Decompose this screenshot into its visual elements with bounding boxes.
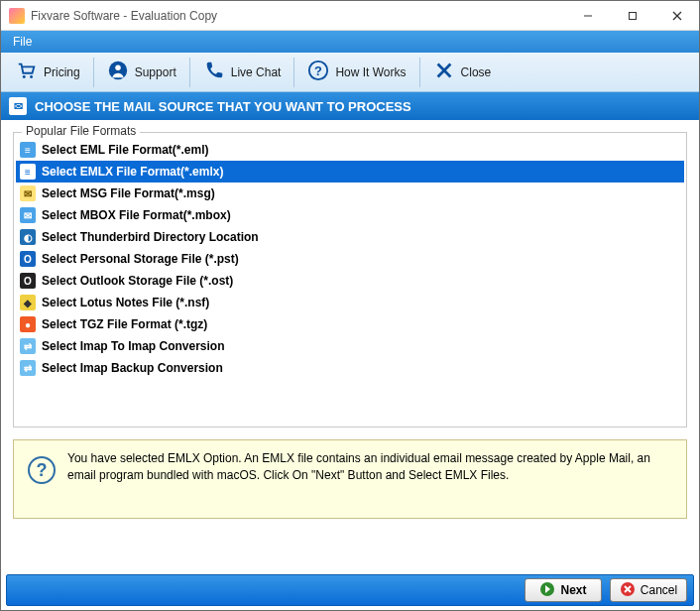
format-label: Select MSG File Format(*.msg)	[42, 186, 215, 200]
cancel-button[interactable]: Cancel	[610, 578, 687, 602]
formats-legend: Popular File Formats	[22, 124, 140, 138]
mail-icon: ✉	[9, 97, 27, 115]
cancel-label: Cancel	[641, 583, 677, 597]
format-label: Select Thunderbird Directory Location	[42, 230, 259, 244]
toolbar-separator	[93, 58, 94, 87]
format-option[interactable]: ✉Select MSG File Format(*.msg)	[16, 183, 684, 204]
section-header: ✉ CHOOSE THE MAIL SOURCE THAT YOU WANT T…	[1, 92, 699, 120]
next-label: Next	[560, 583, 586, 597]
format-icon: O	[20, 251, 36, 267]
menubar: File	[1, 31, 699, 53]
format-label: Select Lotus Notes File (*.nsf)	[42, 296, 209, 309]
format-option[interactable]: ≡Select EML File Format(*.eml)	[16, 139, 684, 161]
format-label: Select MBOX File Format(*.mbox)	[42, 208, 231, 222]
format-option[interactable]: ✉Select MBOX File Format(*.mbox)	[16, 204, 684, 226]
maximize-button[interactable]	[610, 1, 654, 30]
livechat-label: Live Chat	[231, 65, 282, 79]
titlebar: Fixvare Software - Evaluation Copy	[1, 1, 699, 31]
minimize-button[interactable]	[565, 1, 610, 30]
format-option[interactable]: ≡Select EMLX File Format(*.emlx)	[16, 161, 684, 183]
info-question-icon: ?	[28, 456, 56, 484]
app-icon	[9, 8, 25, 24]
cancel-icon	[620, 581, 636, 600]
svg-point-7	[115, 65, 121, 71]
format-icon: ✉	[20, 185, 36, 201]
close-icon	[433, 60, 455, 84]
close-window-button[interactable]	[654, 1, 699, 30]
section-title: CHOOSE THE MAIL SOURCE THAT YOU WANT TO …	[35, 99, 411, 114]
format-icon: ●	[20, 316, 36, 332]
format-label: Select Outlook Storage File (*.ost)	[42, 274, 233, 288]
howitworks-button[interactable]: ? How It Works	[296, 56, 416, 89]
howitworks-label: How It Works	[335, 65, 406, 79]
close-label: Close	[461, 65, 492, 79]
window-title: Fixvare Software - Evaluation Copy	[31, 9, 565, 23]
info-panel: ? You have selected EMLX Option. An EMLX…	[13, 439, 687, 519]
pricing-button[interactable]: Pricing	[5, 56, 91, 89]
footer-bar: Next Cancel	[6, 574, 694, 606]
svg-point-5	[30, 75, 33, 78]
format-option[interactable]: ⇄Select Imap Backup Conversion	[16, 357, 684, 379]
format-icon: ✉	[20, 207, 36, 223]
format-label: Select EML File Format(*.eml)	[42, 143, 209, 157]
question-icon: ?	[307, 60, 329, 84]
headset-icon	[107, 60, 129, 84]
svg-text:?: ?	[315, 63, 323, 78]
format-label: Select EMLX File Format(*.emlx)	[42, 165, 223, 179]
livechat-button[interactable]: Live Chat	[192, 56, 292, 89]
pricing-label: Pricing	[44, 65, 80, 79]
svg-point-4	[23, 75, 26, 78]
formats-group: Popular File Formats ≡Select EML File Fo…	[13, 132, 687, 428]
support-label: Support	[135, 65, 176, 79]
close-button[interactable]: Close	[422, 56, 503, 89]
format-icon: ◆	[20, 295, 36, 310]
format-icon: ≡	[20, 142, 36, 158]
svg-rect-1	[629, 12, 636, 19]
format-icon: ◐	[20, 229, 36, 245]
window-controls	[565, 1, 699, 30]
format-option[interactable]: ⇄Select Imap To Imap Conversion	[16, 335, 684, 357]
format-label: Select TGZ File Format (*.tgz)	[42, 317, 207, 331]
content-area: Popular File Formats ≡Select EML File Fo…	[1, 120, 699, 531]
format-icon: O	[20, 273, 36, 289]
format-icon: ⇄	[20, 338, 36, 354]
format-option[interactable]: ◆Select Lotus Notes File (*.nsf)	[16, 292, 684, 313]
format-label: Select Imap Backup Conversion	[42, 361, 223, 375]
format-option[interactable]: OSelect Outlook Storage File (*.ost)	[16, 270, 684, 292]
info-text: You have selected EMLX Option. An EMLX f…	[67, 450, 672, 485]
cart-icon	[16, 60, 38, 84]
format-option[interactable]: OSelect Personal Storage File (*.pst)	[16, 248, 684, 270]
format-option[interactable]: ◐Select Thunderbird Directory Location	[16, 226, 684, 248]
toolbar-separator	[419, 58, 420, 87]
support-button[interactable]: Support	[96, 56, 187, 89]
formats-list: ≡Select EML File Format(*.eml)≡Select EM…	[16, 137, 684, 379]
next-button[interactable]: Next	[525, 578, 602, 602]
format-label: Select Imap To Imap Conversion	[42, 339, 225, 353]
toolbar-separator	[293, 58, 294, 87]
toolbar-separator	[189, 58, 190, 87]
format-label: Select Personal Storage File (*.pst)	[42, 252, 239, 266]
phone-icon	[203, 60, 225, 84]
format-icon: ≡	[20, 164, 36, 180]
format-option[interactable]: ●Select TGZ File Format (*.tgz)	[16, 313, 684, 335]
menu-file[interactable]: File	[5, 33, 40, 51]
toolbar: Pricing Support Live Chat ? How It Works…	[1, 53, 699, 92]
arrow-right-icon	[539, 581, 555, 600]
format-icon: ⇄	[20, 360, 36, 376]
